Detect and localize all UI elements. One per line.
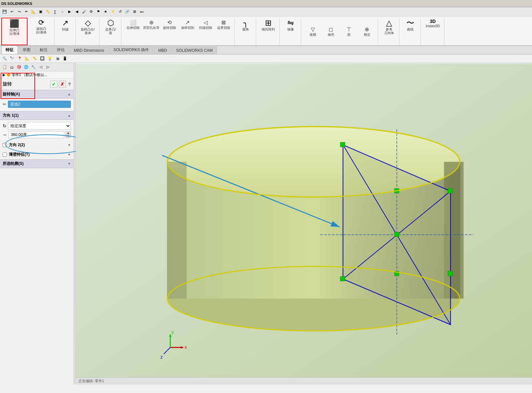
calc-icon[interactable]: ∑ [52, 9, 58, 15]
back-icon[interactable]: ◀ [73, 9, 80, 15]
boundary-cut-button[interactable]: ⊠ 边界切除 [215, 19, 233, 30]
refresh-icon[interactable]: ↺ [117, 9, 123, 15]
ft-folder-icon[interactable]: 🗂 [9, 64, 15, 70]
ft-arrow-left[interactable]: ◁ [37, 64, 44, 70]
tab-sketch[interactable]: 草图 [18, 46, 35, 54]
mirror-button[interactable]: ⇋ 镜像 [282, 18, 299, 32]
ribbon-group-misc: ▽ 拔模 ◻ 抽壳 ⊤ 筋 ⊕ 相交 [302, 18, 378, 45]
bolt-icon[interactable]: ⚡ [110, 9, 116, 15]
rib-button[interactable]: ⊤ 筋 [340, 26, 358, 37]
tab-mbd-dimensions[interactable]: MBD Dimensions [70, 47, 109, 54]
instant3d-icon: 3D [430, 19, 436, 24]
curve-button[interactable]: 〜 曲线 [402, 18, 419, 32]
direction2-collapse: ▼ [68, 143, 71, 147]
instant3d-button[interactable]: 3D Instant3D [425, 18, 441, 29]
extrude-boss-button[interactable]: ⬛ 拉伸凸台/基体 [6, 19, 23, 36]
selected-contours-label: 所选轮廓(S) [3, 161, 24, 167]
angle-icon[interactable]: 📐 [24, 55, 31, 62]
ft-target-icon[interactable]: 🎯 [16, 64, 22, 70]
scan-button[interactable]: ↗ 扫描 [57, 18, 73, 32]
scan-cut2-button[interactable]: ◁ 扫描切除 [196, 19, 215, 30]
ft-list-icon[interactable]: 📋 [1, 64, 8, 70]
depth-select[interactable]: 给定深度 [8, 122, 71, 130]
pin-icon[interactable]: 📍 [16, 55, 23, 62]
curve-label: 曲线 [407, 28, 414, 31]
loft-button[interactable]: ◇ 放样凸台/基体 [80, 18, 96, 35]
tab-mbd[interactable]: MBD [154, 47, 171, 54]
ft-settings-icon[interactable]: 🔧 [30, 64, 37, 70]
angle-input[interactable] [9, 131, 64, 138]
ft-globe-icon[interactable]: 🌐 [23, 64, 30, 70]
dot-icon[interactable]: ••• [138, 9, 145, 15]
ft-arrow-right[interactable]: ▷ [45, 64, 51, 70]
ribbon-group-boundary: ⬡ 边界凸/基 [100, 18, 121, 45]
boundary-button[interactable]: ⬡ 边界凸/基 [102, 18, 119, 35]
undo-icon[interactable]: ↩ [9, 9, 15, 15]
direction2-checkbox[interactable] [3, 143, 7, 147]
loft-icon: ◇ [85, 19, 91, 27]
tab-evaluate[interactable]: 评估 [52, 46, 69, 54]
redo-icon[interactable]: ↪ [16, 9, 22, 15]
zoom-icon[interactable]: 🔭 [9, 55, 15, 62]
ok-button[interactable]: ✓ [50, 81, 57, 88]
pen-icon[interactable]: 🖊 [81, 9, 87, 15]
select-icon[interactable]: ✏ [23, 9, 30, 15]
intersect-label: 相交 [364, 32, 370, 37]
direction1-content: ↻ 给定深度 ↔ ▲ ▼ [0, 120, 73, 140]
tab-sw-cam[interactable]: SOLIDWORKS CAM [172, 47, 217, 54]
measure-icon[interactable]: 📏 [45, 9, 51, 15]
3d-icon[interactable]: ▣ [37, 9, 44, 15]
axis-value-input[interactable] [8, 101, 71, 108]
rotation-axis-header[interactable]: 旋转轴(A) ▲ [0, 90, 73, 99]
save-icon[interactable]: 💾 [1, 9, 8, 15]
sketch-icon[interactable]: 📐 [30, 9, 37, 15]
spin-up-button[interactable]: ▲ [66, 131, 71, 135]
play-icon[interactable]: ▶ [66, 9, 73, 15]
thin-feature-checkbox[interactable] [3, 152, 7, 157]
flag-icon[interactable]: ⚑ [95, 9, 102, 15]
settings-icon[interactable]: ⚙ [88, 9, 94, 15]
arrow-icon[interactable]: → [59, 9, 66, 15]
fillet-button[interactable]: ╮ 圆角 [237, 18, 254, 32]
hole-button[interactable]: ⊛ 异型孔向导 [142, 19, 160, 30]
phone-icon[interactable]: 📱 [62, 55, 68, 62]
rotate-boss-button[interactable]: ⟳ 旋转凸台/基体 [33, 18, 50, 35]
shell-button[interactable]: ◻ 抽壳 [322, 26, 340, 37]
extrude-cut-button[interactable]: ⬜ 拉伸切除 [124, 19, 142, 30]
linear-pattern-button[interactable]: ⊞ 线性阵列 [260, 18, 276, 32]
cube-icon[interactable]: 🔲 [39, 55, 46, 62]
ribbon-group-curve: 〜 曲线 [400, 18, 421, 45]
rotate-cut-button[interactable]: ⟲ 旋转切除 [160, 19, 178, 30]
intersect-button[interactable]: ⊕ 相交 [358, 26, 376, 37]
help-icon[interactable]: ? [68, 82, 71, 87]
reference-button[interactable]: △ 参考几何体 [381, 18, 397, 35]
star-icon[interactable]: ★ [102, 9, 109, 15]
bulb-icon[interactable]: 💡 [47, 55, 53, 62]
breadcrumb-text: ▶ 🔶 零件1 （默认<<默认... [3, 72, 47, 77]
cancel-button[interactable]: ✗ [59, 81, 66, 88]
link-icon[interactable]: 🔗 [124, 9, 131, 15]
extrude-boss-label: 拉伸凸台/基体 [9, 28, 20, 35]
spin-down-button[interactable]: ▼ [66, 135, 71, 138]
extrude-boss-icon: ⬛ [10, 20, 19, 28]
tab-markup[interactable]: 标注 [35, 46, 52, 54]
grid-icon[interactable]: ⊞ [131, 9, 138, 15]
rotate-boss-label: 旋转凸台/基体 [36, 27, 47, 34]
draft-button[interactable]: ▽ 拔模 [304, 26, 322, 37]
direction1-header[interactable]: 方向 1(1) ▲ [0, 111, 73, 120]
mirror-label: 镜像 [287, 28, 294, 31]
scan-cut-button[interactable]: ↗ 放样切割 [178, 19, 196, 30]
direction2-header[interactable]: 方向 2(2) ▼ [9, 142, 71, 148]
reference-icon: △ [386, 19, 392, 27]
measure2-icon[interactable]: 📏 [31, 55, 38, 62]
thin-feature-row: 薄壁特征(T) ▼ [0, 150, 73, 159]
tab-features[interactable]: 特征 [1, 46, 18, 54]
thin-feature-header[interactable]: 薄壁特征(T) ▼ [9, 151, 71, 158]
direction1-collapse: ▲ [68, 114, 71, 117]
viewport[interactable]: Rey [76, 63, 532, 384]
tab-sw-plugins[interactable]: SOLIDWORKS 插件 [109, 46, 153, 54]
boundary-label: 边界凸/基 [105, 28, 116, 35]
search-icon[interactable]: 🔍 [1, 55, 8, 62]
monitor-icon[interactable]: 🖥 [54, 55, 61, 62]
selected-contours-header[interactable]: 所选轮廓(S) ▼ [0, 159, 73, 168]
